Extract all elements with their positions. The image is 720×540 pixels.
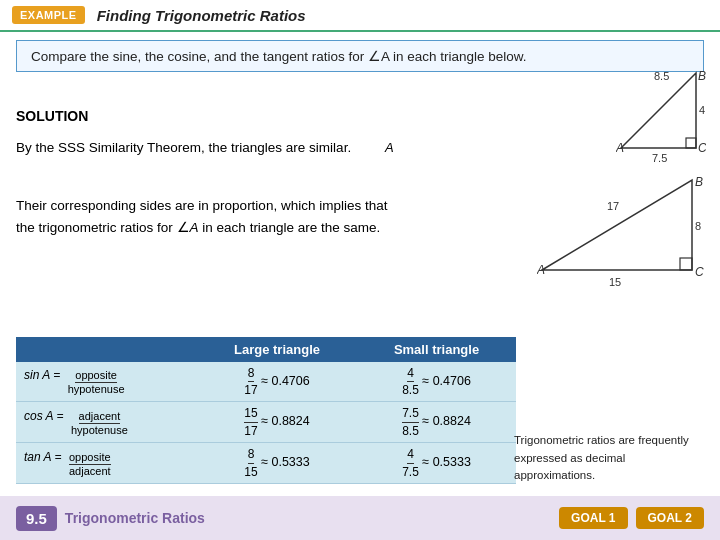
trig-table: Large triangle Small triangle sin A = op… [16,337,516,484]
problem-statement: Compare the sine, the cosine, and the ta… [16,40,704,72]
sss-text: By the SSS Similarity Theorem, the trian… [16,140,394,155]
row-small-value: 7.58.5 ≈ 0.8824 [357,402,516,443]
corr-text: Their corresponding sides are in proport… [16,195,387,238]
row-trig-label: sin A = opposite hypotenuse [16,362,197,402]
svg-text:B: B [695,175,703,189]
col-header-small: Small triangle [357,337,516,362]
solution-label: SOLUTION [16,108,88,124]
approx-note: Trigonometric ratios are frequently expr… [514,432,704,484]
svg-marker-0 [621,73,696,148]
svg-text:C: C [698,141,706,155]
svg-text:C: C [695,265,704,279]
footer-title: Trigonometric Ratios [65,510,205,526]
section-badge: 9.5 [16,506,57,531]
svg-text:17: 17 [607,200,619,212]
example-badge: EXAMPLE [12,6,85,24]
row-small-value: 48.5 ≈ 0.4706 [357,362,516,402]
goal1-badge: GOAL 1 [559,507,627,529]
row-large-value: 1517 ≈ 0.8824 [197,402,357,443]
svg-text:7.5: 7.5 [652,152,667,164]
svg-text:15: 15 [609,276,621,288]
row-trig-label: cos A = adjacent hypotenuse [16,402,197,443]
table-row: sin A = opposite hypotenuse 817 ≈ 0.4706… [16,362,516,402]
header-title: Finding Trigonometric Ratios [97,7,306,24]
svg-text:8: 8 [695,220,701,232]
header: EXAMPLE Finding Trigonometric Ratios [0,0,720,32]
footer: 9.5 Trigonometric Ratios GOAL 1 GOAL 2 [0,496,720,540]
row-trig-label: tan A = opposite adjacent [16,443,197,484]
svg-text:B: B [698,69,706,83]
svg-rect-9 [680,258,692,270]
svg-text:4: 4 [699,104,705,116]
large-triangle: A B C 17 8 15 [537,170,712,303]
small-triangle: A B C 8.5 4 7.5 [616,68,706,176]
col-header-large: Large triangle [197,337,357,362]
svg-text:8.5: 8.5 [654,70,669,82]
trig-table-wrapper: Large triangle Small triangle sin A = op… [16,337,516,484]
goal2-badge: GOAL 2 [636,507,704,529]
row-large-value: 817 ≈ 0.4706 [197,362,357,402]
svg-rect-1 [686,138,696,148]
row-large-value: 815 ≈ 0.5333 [197,443,357,484]
table-row: tan A = opposite adjacent 815 ≈ 0.533347… [16,443,516,484]
footer-right: GOAL 1 GOAL 2 [559,507,704,529]
table-row: cos A = adjacent hypotenuse 1517 ≈ 0.882… [16,402,516,443]
row-small-value: 47.5 ≈ 0.5333 [357,443,516,484]
svg-marker-8 [542,180,692,270]
footer-left: 9.5 Trigonometric Ratios [16,506,205,531]
svg-text:A: A [616,141,624,155]
svg-text:A: A [537,263,545,277]
col-header-label [16,337,197,362]
